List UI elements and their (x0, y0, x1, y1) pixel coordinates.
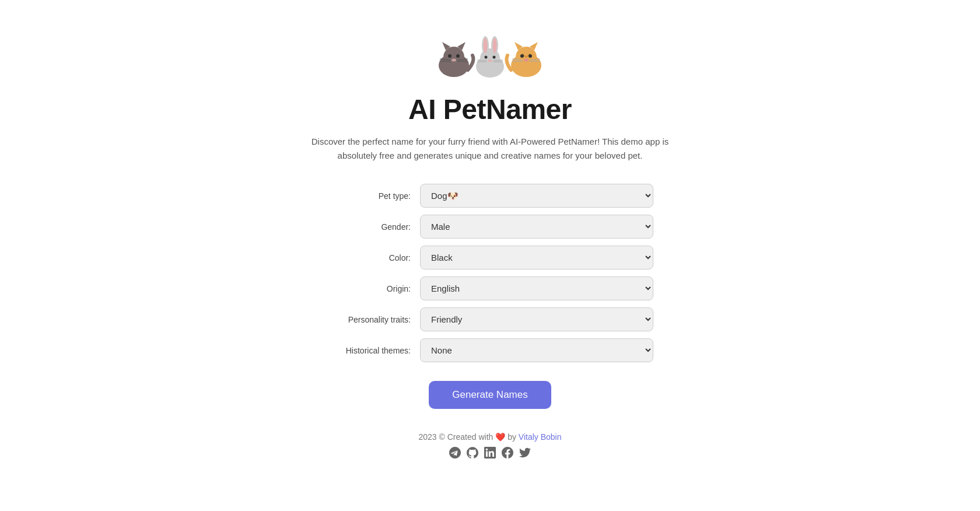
pet-illustration (432, 29, 548, 82)
generate-names-button[interactable]: Generate Names (429, 381, 551, 409)
facebook-icon[interactable] (502, 446, 513, 459)
generate-btn-container: Generate Names (429, 381, 551, 409)
svg-point-4 (448, 54, 452, 58)
svg-point-15 (484, 38, 488, 53)
origin-row: Origin: English French Spanish Japanese … (327, 276, 653, 300)
form-container: Pet type: Dog🐶 Cat🐱 Rabbit🐰 Bird🐦 Fish🐠 … (327, 184, 653, 369)
footer-text: 2023 © Created with ❤️ by Vitaly Bobin (419, 432, 562, 442)
app-title: AI PetNamer (408, 93, 572, 125)
historical-themes-label: Historical themes: (327, 346, 420, 355)
svg-point-32 (524, 59, 528, 62)
svg-point-19 (488, 60, 492, 62)
twitter-icon[interactable] (519, 446, 531, 459)
telegram-icon[interactable] (449, 446, 461, 459)
author-link[interactable]: Vitaly Bobin (519, 432, 562, 442)
app-description: Discover the perfect name for your furry… (303, 135, 677, 163)
pet-type-row: Pet type: Dog🐶 Cat🐱 Rabbit🐰 Bird🐦 Fish🐠 … (327, 184, 653, 208)
svg-point-16 (493, 38, 497, 53)
svg-point-1 (443, 47, 464, 68)
github-icon[interactable] (467, 446, 478, 459)
origin-label: Origin: (327, 284, 420, 293)
pet-type-select[interactable]: Dog🐶 Cat🐱 Rabbit🐰 Bird🐦 Fish🐠 Hamster🐹 (420, 184, 653, 208)
personality-label: Personality traits: (327, 315, 420, 324)
pet-icons (432, 29, 548, 88)
main-container: AI PetNamer Discover the perfect name fo… (0, 0, 980, 494)
gender-label: Gender: (327, 222, 420, 232)
personality-select[interactable]: Friendly Playful Calm Energetic Shy Bold (420, 307, 653, 331)
historical-themes-select[interactable]: None Ancient Egypt Medieval Victorian No… (420, 338, 653, 362)
gender-select[interactable]: Male Female (420, 215, 653, 239)
heart-icon: ❤️ (495, 432, 508, 442)
svg-point-17 (485, 56, 488, 59)
social-icons-container (419, 446, 562, 459)
color-select[interactable]: Black White Brown Golden Gray Mixed (420, 246, 653, 270)
svg-point-5 (456, 54, 460, 58)
pet-type-label: Pet type: (327, 191, 420, 201)
linkedin-icon[interactable] (484, 446, 496, 459)
svg-point-18 (493, 56, 496, 59)
svg-point-31 (528, 54, 532, 58)
svg-point-6 (452, 59, 456, 62)
svg-point-30 (520, 54, 524, 58)
footer-by: by (508, 432, 516, 442)
footer-copyright: 2023 © Created with (419, 432, 494, 442)
color-row: Color: Black White Brown Golden Gray Mix… (327, 246, 653, 270)
origin-select[interactable]: English French Spanish Japanese German I… (420, 276, 653, 300)
personality-row: Personality traits: Friendly Playful Cal… (327, 307, 653, 331)
gender-row: Gender: Male Female (327, 215, 653, 239)
footer: 2023 © Created with ❤️ by Vitaly Bobin (419, 432, 562, 470)
historical-themes-row: Historical themes: None Ancient Egypt Me… (327, 338, 653, 362)
color-label: Color: (327, 253, 420, 262)
